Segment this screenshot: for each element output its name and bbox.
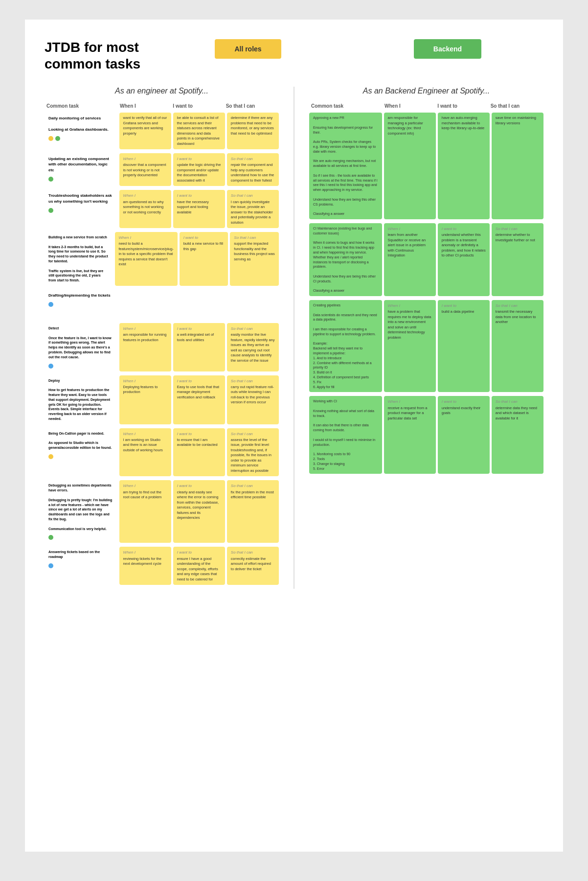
when-cell: When I have a problem that requires me t…	[384, 300, 436, 392]
dot-green	[55, 136, 60, 141]
table-row: DeployHow to get features to production …	[45, 375, 279, 424]
so-cell: So that I can determine data they need a…	[492, 396, 543, 474]
dots-row	[48, 561, 113, 568]
page-title: JTDB for most common tasks	[45, 39, 142, 72]
table-row: CI Maintenance (existing live bugs and c…	[309, 223, 543, 296]
task-cell: Daily monitoring of servicesLooking at G…	[45, 113, 117, 149]
want-cell: I want to understand exactly their goals	[438, 396, 490, 474]
backend-button[interactable]: Backend	[414, 39, 481, 59]
col-header-task: Common task	[46, 103, 118, 109]
so-cell: save time on maintaining library version…	[492, 113, 543, 219]
dot-blue	[48, 364, 53, 369]
dot-green	[48, 208, 53, 213]
when-cell: When I I am working on Studio and there …	[119, 428, 171, 477]
table-row: Drafting/Implementing the tickets	[45, 290, 279, 319]
when-cell: am responsible for managing a particular…	[384, 113, 436, 219]
table-row: DetectOnce the feature is live, I want t…	[45, 323, 279, 371]
dots-row	[48, 134, 113, 141]
want-cell: I want to update the logic driving the c…	[173, 153, 225, 186]
want-cell: have an auto-merging mechanism available…	[438, 113, 490, 219]
dot-green	[48, 535, 53, 540]
table-row: Debugging as sometimes departments have …	[45, 480, 279, 543]
task-cell: Drafting/Implementing the tickets	[45, 290, 117, 319]
so-cell: So that I can I can quickly investigate …	[227, 190, 279, 228]
role-buttons: All roles Backend	[152, 39, 543, 59]
table-row: Daily monitoring of servicesLooking at G…	[45, 113, 279, 149]
dot-blue	[48, 563, 53, 568]
dots-row	[48, 452, 113, 459]
so-cell: So that I can determine whether to inves…	[492, 223, 543, 296]
dots-row	[48, 300, 113, 307]
table-row: Being On-Call/on pager is needed.As oppo…	[45, 428, 279, 477]
right-subtitle: As an Backend Engineer at Spotify...	[309, 87, 543, 95]
main-content: As an engineer at Spotify... Common task…	[45, 87, 543, 589]
task-cell: Being On-Call/on pager is needed.As oppo…	[45, 428, 117, 477]
left-section: As an engineer at Spotify... Common task…	[45, 87, 279, 589]
when-cell: When I am responsible for running featur…	[119, 323, 171, 371]
want-cell: I want to understand whether this proble…	[438, 223, 490, 296]
so-cell: So that I can support the impacted funct…	[230, 232, 279, 286]
when-cell: When I Deploying features to production	[119, 375, 171, 424]
want-cell: I want to build a new service to fill th…	[180, 232, 228, 286]
when-cell: When I learn from another Squaditor or r…	[384, 223, 436, 296]
so-cell: So that I can easily monitor the live fe…	[227, 323, 279, 371]
when-cell: When I receive a request from a product …	[384, 396, 436, 474]
task-cell: CI Maintenance (existing live bugs and c…	[309, 223, 382, 296]
task-cell: Answering tickets based on the roadmap	[45, 547, 117, 585]
dots-row	[48, 533, 113, 540]
so-cell: determine if there are any problems that…	[227, 113, 279, 149]
want-cell: I want to build a data pipeline	[438, 300, 490, 392]
dots-row	[48, 362, 113, 369]
want-cell: I want to a well-integrated set of tools…	[173, 323, 225, 371]
so-cell: So that I can correctly estimate the amo…	[227, 547, 279, 585]
dot-blue	[48, 302, 53, 307]
so-cell: So that I can repair the component and h…	[227, 153, 279, 186]
right-section: As an Backend Engineer at Spotify... Com…	[309, 87, 543, 589]
page: JTDB for most common tasks All roles Bac…	[25, 20, 563, 852]
so-cell	[227, 290, 279, 319]
when-cell: When I am trying to find out the root ca…	[119, 480, 171, 543]
left-table-header: Common task When I I want to So that I c…	[45, 103, 279, 109]
col-header-when: When I	[120, 103, 171, 109]
task-cell: Approving a new PREnsuring has developme…	[309, 113, 382, 219]
dots-row	[48, 206, 113, 213]
header: JTDB for most common tasks All roles Bac…	[45, 39, 543, 72]
col-header-so-r: So that I can	[491, 103, 542, 109]
col-header-want-r: I want to	[437, 103, 488, 109]
table-row: Answering tickets based on the roadmap W…	[45, 547, 279, 585]
when-cell: When I need to build a feature/system/mi…	[115, 232, 178, 286]
want-cell: I want to ensure I have a good understan…	[173, 547, 225, 585]
dot-green	[48, 177, 53, 182]
dot-yellow	[48, 454, 53, 459]
section-divider	[294, 87, 294, 589]
want-cell: I want to have the necessary support and…	[173, 190, 225, 228]
col-header-task-r: Common task	[311, 103, 383, 109]
when-cell	[119, 290, 171, 319]
when-cell: When I discover that a component is not …	[119, 153, 171, 186]
so-cell: So that I can fix the problem in the mos…	[227, 480, 279, 543]
so-cell: So that I can assess the level of the is…	[227, 428, 279, 477]
want-cell: I want to clearly and easily see where t…	[173, 480, 225, 543]
dot-yellow	[48, 136, 53, 141]
task-cell: DetectOnce the feature is live, I want t…	[45, 323, 117, 371]
want-cell	[173, 290, 225, 319]
task-cell: DeployHow to get features to production …	[45, 375, 117, 424]
all-roles-button[interactable]: All roles	[215, 39, 281, 59]
task-cell: Working with CIKnowing nothing about wha…	[309, 396, 382, 474]
table-row: Building a new service from scratchIt ta…	[45, 232, 279, 286]
table-row: Troubleshooting stakeholders ask us why …	[45, 190, 279, 228]
table-row: Working with CIKnowing nothing about wha…	[309, 396, 543, 474]
want-cell: be able to consult a list of the service…	[173, 113, 225, 149]
task-cell: Creating pipelinesData scientists do res…	[309, 300, 382, 392]
table-row: Approving a new PREnsuring has developme…	[309, 113, 543, 219]
col-header-want: I want to	[173, 103, 224, 109]
col-header-so: So that I can	[226, 103, 277, 109]
when-cell: When I am questioned as to why something…	[119, 190, 171, 228]
task-cell: Troubleshooting stakeholders ask us why …	[45, 190, 117, 228]
when-cell: want to verify that all of our Grafana s…	[119, 113, 171, 149]
so-cell: So that I can transmit the necessary dat…	[492, 300, 543, 392]
left-subtitle: As an engineer at Spotify...	[45, 87, 279, 95]
want-cell: I want to Easy to use tools that that ma…	[173, 375, 225, 424]
table-row: Creating pipelinesData scientists do res…	[309, 300, 543, 392]
task-cell: Building a new service from scratchIt ta…	[45, 232, 113, 286]
